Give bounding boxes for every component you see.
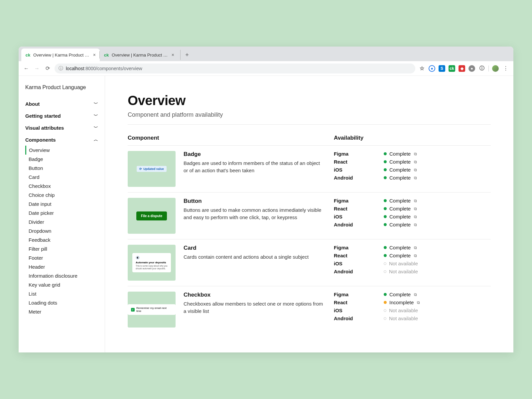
profile-avatar[interactable] (492, 65, 499, 72)
sidebar-section[interactable]: Visual attributes﹀ (25, 122, 98, 134)
status-cell[interactable]: Complete⧉ (384, 214, 491, 219)
back-button[interactable]: ← (23, 66, 30, 71)
status-label: Complete (389, 245, 411, 250)
status-cell[interactable]: Complete⧉ (384, 245, 491, 250)
status-cell[interactable]: Complete⧉ (384, 292, 491, 297)
component-name[interactable]: Button (184, 198, 325, 204)
component-description: Buttons are used to make common actions … (184, 206, 325, 221)
component-name[interactable]: Checkbox (184, 292, 325, 298)
extension-info-icon[interactable]: ⓘ (478, 65, 485, 72)
new-tab-button[interactable]: + (180, 50, 190, 60)
component-name[interactable]: Card (184, 245, 325, 251)
sidebar-item[interactable]: Divider (25, 217, 98, 226)
status-cell[interactable]: Complete⧉ (384, 175, 491, 181)
platform-label: Android (334, 269, 384, 274)
browser-menu-button[interactable]: ⋮ (502, 65, 509, 71)
sidebar-item[interactable]: Footer (25, 253, 98, 262)
external-link-icon[interactable]: ⧉ (414, 245, 417, 250)
component-thumbnail: File a dispute (128, 198, 176, 234)
reload-button[interactable]: ⟳ (44, 65, 51, 71)
external-link-icon[interactable]: ⧉ (414, 292, 417, 297)
sidebar-item[interactable]: Loading dots (25, 298, 98, 307)
sidebar-item[interactable]: Dropdown (25, 226, 98, 235)
sidebar-item[interactable]: Button (25, 164, 98, 173)
favicon: ck (104, 52, 109, 58)
status-dot-icon (384, 254, 387, 257)
component-name[interactable]: Badge (184, 151, 325, 158)
external-link-icon[interactable]: ⧉ (414, 199, 417, 203)
extension-icon-1[interactable]: ● (429, 65, 435, 72)
sidebar-item[interactable]: Date input (25, 200, 98, 208)
external-link-icon[interactable]: ⧉ (414, 152, 417, 156)
status-cell[interactable]: Complete⧉ (384, 253, 491, 258)
sidebar-item[interactable]: List (25, 289, 98, 298)
external-link-icon[interactable]: ⧉ (414, 176, 417, 180)
sidebar-item[interactable]: Header (25, 262, 98, 271)
sidebar-item[interactable]: Filter pill (25, 244, 98, 253)
extension-icon-4[interactable]: ◆ (459, 65, 465, 72)
favicon: ck (25, 52, 31, 58)
sidebar-item[interactable]: Information disclosure (25, 271, 98, 280)
extension-icon-5[interactable]: ● (468, 65, 475, 72)
sidebar-item[interactable]: Key value grid (25, 280, 98, 289)
external-link-icon[interactable]: ⧉ (414, 168, 417, 172)
status-cell: Not available (384, 308, 491, 313)
extension-icon-3[interactable]: ck (449, 65, 455, 72)
external-link-icon[interactable]: ⧉ (417, 300, 420, 305)
platform-label: iOS (334, 261, 384, 266)
sidebar-item[interactable]: Overview (25, 146, 98, 155)
status-dot-icon (384, 207, 387, 210)
component-description: Checkboxes allow members to select one o… (184, 300, 325, 315)
component-row: ⟳Updated valueBadgeBadges are used to in… (128, 145, 491, 192)
sidebar-item[interactable]: Choice chip (25, 191, 98, 200)
url-input[interactable]: ⓘ localhost:8000/components/overview (55, 64, 415, 73)
forward-button[interactable]: → (33, 66, 41, 71)
status-cell[interactable]: Complete⧉ (384, 198, 491, 203)
external-link-icon[interactable]: ⧉ (414, 222, 417, 227)
browser-tab[interactable]: ckOverview | Karma Product Lan× (21, 49, 100, 61)
platform-label: React (334, 300, 384, 305)
close-tab-icon[interactable]: × (172, 52, 174, 58)
sidebar-item[interactable]: Meter (25, 307, 98, 316)
sidebar-section[interactable]: About﹀ (25, 98, 98, 110)
sidebar-section-label: Getting started (25, 113, 61, 119)
site-info-icon[interactable]: ⓘ (59, 66, 63, 71)
sidebar-section[interactable]: Getting started﹀ (25, 110, 98, 122)
sidebar-item[interactable]: Card (25, 173, 98, 182)
status-cell[interactable]: Complete⧉ (384, 222, 491, 227)
close-tab-icon[interactable]: × (93, 52, 96, 58)
sidebar-item[interactable]: Date picker (25, 208, 98, 217)
platform-label: Figma (334, 292, 384, 297)
browser-tab[interactable]: ckOverview | Karma Product Lan× (100, 49, 178, 61)
status-cell[interactable]: Complete⧉ (384, 159, 491, 165)
status-cell[interactable]: Incomplete⧉ (384, 300, 491, 305)
status-dot-icon (384, 293, 387, 296)
external-link-icon[interactable]: ⧉ (414, 253, 417, 258)
status-cell[interactable]: Complete⧉ (384, 151, 491, 157)
site-title[interactable]: Karma Product Language (25, 84, 98, 90)
sidebar-item[interactable]: Checkbox (25, 182, 98, 191)
url-path: /components/overview (96, 66, 142, 71)
status-cell[interactable]: Complete⧉ (384, 167, 491, 173)
sidebar-item[interactable]: Feedback (25, 235, 98, 244)
external-link-icon[interactable]: ⧉ (414, 214, 417, 219)
external-link-icon[interactable]: ⧉ (414, 206, 417, 211)
status-dot-icon (384, 215, 387, 218)
url-port: :8000 (84, 66, 96, 71)
page-content: Karma Product Language About﹀Getting sta… (19, 76, 513, 352)
external-link-icon[interactable]: ⧉ (414, 160, 417, 164)
sidebar-section[interactable]: Components︿ (25, 134, 98, 146)
sidebar: Karma Product Language About﹀Getting sta… (19, 76, 105, 352)
status-cell: Not available (384, 261, 491, 266)
status-dot-icon (384, 223, 387, 226)
status-cell: Not available (384, 316, 491, 321)
status-label: Complete (389, 222, 411, 227)
sidebar-item[interactable]: Badge (25, 155, 98, 164)
bookmark-star-icon[interactable]: ☆ (419, 65, 425, 72)
extension-icon-2[interactable]: S (439, 65, 445, 72)
url-host: localhost (66, 66, 84, 71)
tab-label: Overview | Karma Product Lan (112, 53, 169, 58)
component-row: File a disputeButtonButtons are used to … (128, 192, 491, 239)
status-cell[interactable]: Complete⧉ (384, 206, 491, 211)
status-label: Not available (389, 269, 418, 274)
